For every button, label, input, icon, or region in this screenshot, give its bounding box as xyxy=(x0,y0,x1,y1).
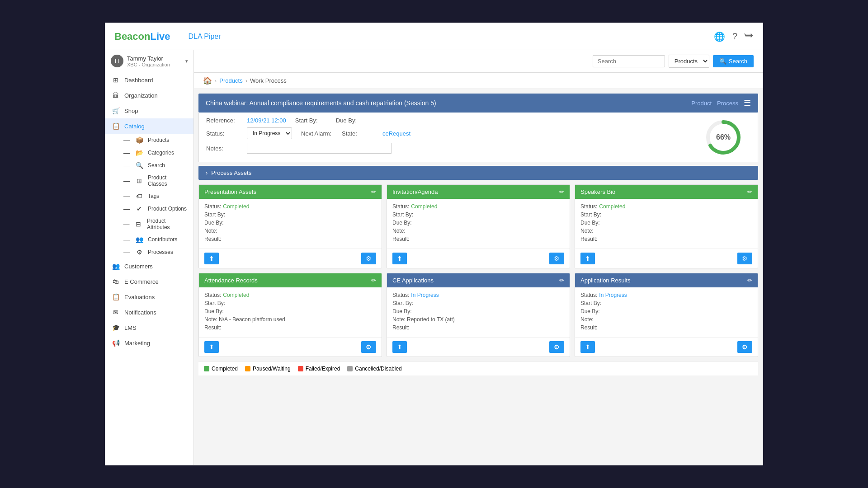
product-link[interactable]: Product xyxy=(691,100,712,107)
legend-dot-cancelled xyxy=(347,366,353,371)
legend-completed: Completed xyxy=(204,366,238,372)
sidebar-item-dashboard[interactable]: ⊞ Dashboard xyxy=(105,72,193,88)
card-application-results: Application Results ✏ Status: In Progres… xyxy=(575,273,758,357)
next-alarm-label: Next Alarm: xyxy=(301,130,333,137)
globe-icon[interactable]: 🌐 xyxy=(714,31,725,42)
state-label: State: xyxy=(342,130,373,137)
share-btn-invitation[interactable]: ⚙ xyxy=(549,253,564,264)
card-attendance-records: Attendance Records ✏ Status: Completed S… xyxy=(198,273,382,357)
upload-btn-invitation[interactable]: ⬆ xyxy=(392,253,407,264)
sidebar-item-contributors[interactable]: — 👥 Contributors xyxy=(116,233,193,246)
sidebar-item-shop[interactable]: 🛒 Shop xyxy=(105,103,193,118)
sidebar-item-evaluations[interactable]: 📋 Evaluations xyxy=(105,289,193,305)
edit-icon-results[interactable]: ✏ xyxy=(747,277,752,284)
sidebar-label-notifications: Notifications xyxy=(124,309,156,316)
legend-label-cancelled: Cancelled/Disabled xyxy=(355,366,401,372)
upload-btn-presentation[interactable]: ⬆ xyxy=(204,253,219,264)
cards-grid: Presentation Assets ✏ Status: Completed … xyxy=(198,184,758,357)
shop-icon: 🛒 xyxy=(112,107,120,114)
page-title: China webinar: Annual compliance require… xyxy=(206,99,436,107)
breadcrumb-products[interactable]: Products xyxy=(219,77,242,84)
search-button[interactable]: 🔍 Search xyxy=(713,55,754,67)
sidebar-item-processes[interactable]: — ⚙ Processes xyxy=(116,246,193,258)
share-btn-presentation[interactable]: ⚙ xyxy=(361,253,376,264)
search-dropdown[interactable]: Products xyxy=(669,55,709,68)
legend-dot-failed xyxy=(298,366,303,371)
card-header-presentation: Presentation Assets ✏ xyxy=(199,185,382,199)
edit-icon-speakers[interactable]: ✏ xyxy=(747,188,752,195)
tags-sub-icon: 🏷 xyxy=(135,192,143,200)
sidebar-item-notifications[interactable]: ✉ Notifications xyxy=(105,305,193,320)
products-icon: — xyxy=(123,136,131,144)
card-title-attendance: Attendance Records xyxy=(204,277,258,284)
customers-icon: 👥 xyxy=(112,263,120,270)
edit-icon-invitation[interactable]: ✏ xyxy=(559,188,564,195)
notes-input[interactable] xyxy=(247,143,392,154)
sidebar-item-categories[interactable]: — 📂 Categories xyxy=(116,146,193,159)
sidebar-item-products[interactable]: — 📦 Products xyxy=(116,134,193,146)
edit-icon-presentation[interactable]: ✏ xyxy=(371,188,376,195)
share-btn-attendance[interactable]: ⚙ xyxy=(361,341,376,353)
reference-row: Reference: 12/09/21 12:00 Start By: Due … xyxy=(206,117,705,124)
upload-btn-results[interactable]: ⬆ xyxy=(580,341,595,353)
organization-icon: 🏛 xyxy=(112,92,120,99)
share-btn-results[interactable]: ⚙ xyxy=(737,341,752,353)
sidebar-label-processes: Processes xyxy=(148,249,173,255)
title-bar: China webinar: Annual compliance require… xyxy=(198,94,758,113)
tags-icon: — xyxy=(123,192,131,200)
status-select[interactable]: In Progress xyxy=(247,127,292,139)
card-status-ce: In Progress xyxy=(411,292,439,298)
card-ce-applications: CE Applications ✏ Status: In Progress St… xyxy=(387,273,570,357)
user-menu[interactable]: TT Tammy Taylor XBC - Organization ▾ xyxy=(105,50,193,72)
signout-icon[interactable]: ⮩ xyxy=(745,31,754,42)
search-input[interactable] xyxy=(593,55,665,67)
share-btn-ce[interactable]: ⚙ xyxy=(549,341,564,353)
processes-icon: — xyxy=(123,249,131,256)
card-status-speakers: Completed xyxy=(599,203,625,210)
sidebar-label-evaluations: Evaluations xyxy=(124,294,155,300)
sidebar-item-marketing[interactable]: 📢 Marketing xyxy=(105,335,193,351)
hamburger-icon[interactable]: ☰ xyxy=(744,98,751,108)
sidebar-label-dashboard: Dashboard xyxy=(124,77,153,84)
sidebar-item-lms[interactable]: 🎓 LMS xyxy=(105,320,193,335)
due-by-label: Due By: xyxy=(336,117,368,124)
home-icon[interactable]: 🏠 xyxy=(203,76,212,85)
info-section: Reference: 12/09/21 12:00 Start By: Due … xyxy=(198,113,758,162)
marketing-icon: 📢 xyxy=(112,339,120,347)
legend-dot-completed xyxy=(204,366,209,371)
sidebar-label-search: Search xyxy=(148,162,165,169)
edit-icon-attendance[interactable]: ✏ xyxy=(371,277,376,284)
upload-btn-ce[interactable]: ⬆ xyxy=(392,341,407,353)
card-speakers-bio: Speakers Bio ✏ Status: Completed Start B… xyxy=(575,184,758,268)
sidebar-item-product-classes[interactable]: — ⊞ Product Classes xyxy=(116,172,193,190)
process-link[interactable]: Process xyxy=(717,100,738,107)
categories-sub-icon: 📂 xyxy=(135,149,143,156)
sidebar-item-search[interactable]: — 🔍 Search xyxy=(116,159,193,172)
sidebar-item-organization[interactable]: 🏛 Organization xyxy=(105,88,193,103)
product-classes-sub-icon: ⊞ xyxy=(135,177,143,184)
sidebar-label-contributors: Contributors xyxy=(148,236,177,243)
sidebar-item-customers[interactable]: 👥 Customers xyxy=(105,258,193,274)
upload-btn-attendance[interactable]: ⬆ xyxy=(204,341,219,353)
process-assets-header[interactable]: › Process Assets xyxy=(198,166,758,180)
logo: BeaconLive xyxy=(114,31,170,42)
search-btn-label: Search xyxy=(729,58,747,65)
legend-dot-paused xyxy=(245,366,250,371)
share-btn-speakers[interactable]: ⚙ xyxy=(737,253,752,264)
evaluations-icon: 📋 xyxy=(112,293,120,300)
sidebar-label-customers: Customers xyxy=(124,263,153,270)
help-icon[interactable]: ? xyxy=(732,31,737,42)
sidebar-item-product-attributes[interactable]: — ⊟ Product Attributes xyxy=(116,215,193,233)
edit-icon-ce[interactable]: ✏ xyxy=(559,277,564,284)
sidebar-item-tags[interactable]: — 🏷 Tags xyxy=(116,190,193,202)
reference-label: Reference: xyxy=(206,117,238,124)
upload-btn-speakers[interactable]: ⬆ xyxy=(580,253,595,264)
sidebar-item-product-options[interactable]: — ✔ Product Options xyxy=(116,202,193,215)
card-status-row: Status: Completed xyxy=(204,203,376,210)
sidebar-label-products: Products xyxy=(148,137,169,143)
sidebar-item-ecommerce[interactable]: 🛍 E Commerce xyxy=(105,274,193,289)
card-header-invitation: Invitation/Agenda ✏ xyxy=(387,185,570,199)
user-org: XBC - Organization xyxy=(127,62,182,67)
card-status-invitation: Completed xyxy=(411,203,437,210)
sidebar-item-catalog[interactable]: 📋 Catalog xyxy=(105,118,193,134)
